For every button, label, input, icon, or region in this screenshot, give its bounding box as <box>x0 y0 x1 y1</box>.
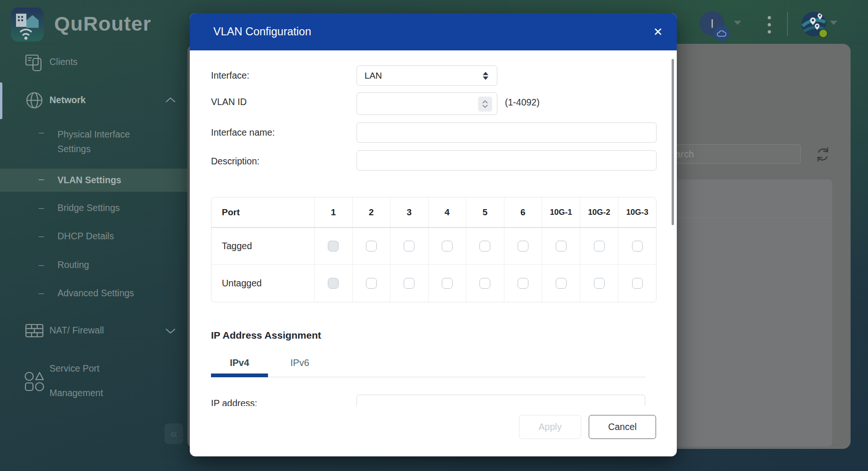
sidebar-collapse-button[interactable]: « <box>164 423 183 444</box>
sidebar-item-nat-firewall[interactable]: NAT/ Firewall <box>0 318 187 343</box>
checkbox-tagged-port-3[interactable] <box>404 241 414 252</box>
sidebar-item-label-line1: Service Port <box>49 363 99 374</box>
sidebar-item-bridge-settings[interactable]: – Bridge Settings <box>0 202 187 216</box>
checkbox-tagged-port-5[interactable] <box>479 241 490 252</box>
checkbox-tagged-port-10G-1[interactable] <box>556 241 567 252</box>
interface-select-value: LAN <box>365 71 382 81</box>
kebab-menu-icon[interactable] <box>768 12 771 37</box>
checkbox-untagged-port-1[interactable] <box>328 278 339 289</box>
sub-item-dash: – <box>39 260 44 270</box>
sub-item-dash: – <box>39 203 44 213</box>
chevron-up-icon <box>165 96 176 104</box>
ip-address-assignment-heading: IP Address Assignment <box>211 330 321 341</box>
port-table-header-port: Port <box>211 197 314 227</box>
sub-item-dash: – <box>39 127 44 138</box>
checkbox-tagged-port-1[interactable] <box>328 241 339 252</box>
checkbox-untagged-port-10G-1[interactable] <box>556 278 567 289</box>
checkbox-tagged-port-4[interactable] <box>442 241 453 252</box>
status-green-dot <box>819 29 828 38</box>
close-icon[interactable]: ✕ <box>648 13 668 50</box>
checkbox-untagged-port-10G-3[interactable] <box>632 278 643 289</box>
sidebar-item-clients[interactable]: Clients <box>0 51 187 74</box>
port-table-header-2: 2 <box>352 197 390 227</box>
select-updown-icon <box>483 72 488 80</box>
ip-address-input-partial[interactable] <box>357 395 645 406</box>
tab-ipv6[interactable]: IPv6 <box>271 356 328 370</box>
port-cell-untagged-5 <box>466 265 504 302</box>
dialog-scrollbar-thumb[interactable] <box>672 59 674 225</box>
sidebar-item-network[interactable]: Network <box>0 88 187 113</box>
interface-name-input[interactable] <box>357 122 657 143</box>
checkbox-untagged-port-5[interactable] <box>479 278 490 289</box>
sidebar-item-service-port-management[interactable]: Service Port Management <box>0 356 187 407</box>
port-cell-tagged-10G-3 <box>618 228 656 264</box>
region-menu-caret-icon[interactable] <box>830 21 837 25</box>
number-spinner[interactable] <box>478 97 492 112</box>
port-cell-untagged-10G-2 <box>580 265 618 302</box>
sidebar-item-label: Physical Interface Settings <box>57 127 156 156</box>
user-menu-caret-icon[interactable] <box>734 21 741 25</box>
topbar-divider <box>787 12 788 36</box>
checkbox-untagged-port-3[interactable] <box>404 278 414 289</box>
sidebar-item-label-line2: Management <box>49 388 103 398</box>
port-table: Port12345610G-110G-210G-3 Tagged Untagge… <box>211 197 657 302</box>
chevron-down-icon <box>165 327 176 335</box>
tab-divider <box>211 377 646 377</box>
sidebar-item-label: Routing <box>57 260 89 270</box>
dialog-body: Interface: LAN VLAN ID (1-4092) Interfac… <box>190 50 677 406</box>
checkbox-tagged-port-2[interactable] <box>366 241 377 252</box>
checkbox-tagged-port-10G-2[interactable] <box>594 241 605 252</box>
port-table-header-10G-3: 10G-3 <box>618 197 656 227</box>
port-cell-untagged-6 <box>504 265 542 302</box>
checkbox-untagged-port-2[interactable] <box>366 278 377 289</box>
apply-button[interactable]: Apply <box>519 415 581 439</box>
checkbox-untagged-port-4[interactable] <box>442 278 453 289</box>
sidebar-item-label: Clients <box>49 57 78 67</box>
interface-select[interactable]: LAN <box>357 65 497 86</box>
clients-icon <box>24 52 45 73</box>
spinner-chevrons-icon <box>482 100 488 108</box>
vlan-id-input[interactable] <box>357 92 497 115</box>
port-cell-tagged-3 <box>390 228 428 264</box>
port-table-header-4: 4 <box>428 197 466 227</box>
checkbox-untagged-port-10G-2[interactable] <box>594 278 605 289</box>
active-tab-underline <box>211 374 268 377</box>
port-cell-tagged-5 <box>466 228 504 264</box>
sidebar-item-label: Network <box>49 95 86 106</box>
port-cell-tagged-1 <box>314 228 352 264</box>
sidebar-item-advanced-settings[interactable]: – Advanced Settings <box>0 287 187 301</box>
port-cell-untagged-1 <box>314 265 352 302</box>
search-input[interactable] <box>657 144 801 164</box>
description-input[interactable] <box>357 150 657 171</box>
port-table-header-row: Port12345610G-110G-210G-3 <box>211 197 656 228</box>
sidebar-item-routing[interactable]: – Routing <box>0 259 187 273</box>
row-label-tagged: Tagged <box>211 228 314 264</box>
sidebar-item-dhcp-details[interactable]: – DHCP Details <box>0 230 187 244</box>
port-cell-untagged-3 <box>390 265 428 302</box>
app-logo-icon <box>10 7 44 42</box>
sidebar-item-physical-interface-settings[interactable]: – Physical Interface Settings <box>0 125 187 156</box>
port-cell-tagged-2 <box>352 228 390 264</box>
checkbox-tagged-port-10G-3[interactable] <box>632 241 643 252</box>
checkbox-tagged-port-6[interactable] <box>518 241 528 252</box>
port-cell-untagged-10G-1 <box>542 265 580 302</box>
port-table-header-10G-1: 10G-1 <box>542 197 580 227</box>
services-icon <box>24 371 45 392</box>
tab-ipv4[interactable]: IPv4 <box>211 356 268 370</box>
row-label-untagged: Untagged <box>211 265 314 302</box>
interface-name-label: Interface name: <box>211 125 275 139</box>
description-label: Description: <box>211 154 260 168</box>
sidebar-item-label: Advanced Settings <box>57 288 134 299</box>
cancel-button[interactable]: Cancel <box>589 415 656 439</box>
port-cell-tagged-6 <box>504 228 542 264</box>
vlan-id-range-hint: (1-4092) <box>505 97 540 108</box>
port-table-header-5: 5 <box>466 197 504 227</box>
port-table-row-tagged: Tagged <box>211 228 656 265</box>
app-logo-wordmark: QuRouter <box>54 12 151 35</box>
port-cell-tagged-10G-1 <box>542 228 580 264</box>
port-cell-tagged-10G-2 <box>580 228 618 264</box>
cloud-badge-icon <box>714 26 729 41</box>
checkbox-untagged-port-6[interactable] <box>518 278 528 289</box>
globe-icon <box>24 90 44 110</box>
refresh-icon[interactable] <box>814 146 832 163</box>
